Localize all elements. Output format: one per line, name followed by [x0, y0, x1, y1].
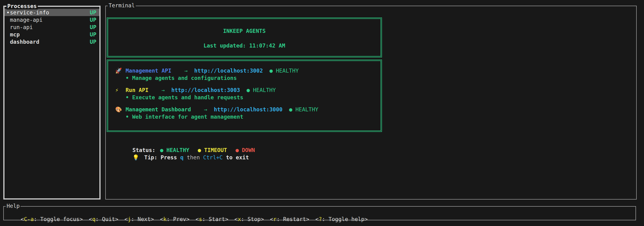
services-box: 🚀 Management API → http://localhost:3002… [107, 60, 382, 132]
shortcut-toggle-help: <?: Toggle help> [316, 216, 368, 222]
shortcut-prev: <k: Prev> [160, 216, 190, 222]
shortcut-toggle-focus: <C-a: Toggle focus> [20, 216, 82, 222]
shortcut-label: Restart [283, 216, 306, 222]
shortcut-label: Prev [173, 216, 186, 222]
shortcut-key: C-a [24, 216, 34, 222]
service-description: • Web interface for agent management [126, 113, 380, 121]
help-shortcuts: <C-a: Toggle focus><q: Quit><j: Next><k:… [4, 207, 636, 226]
process-row-run-api[interactable]: run-api UP [4, 24, 100, 31]
service-name: Run API [126, 87, 148, 94]
shortcut-restart: <r: Restart> [270, 216, 309, 222]
lightbulb-icon: 💡 [132, 154, 144, 161]
service-description: • Execute agents and handle requests [126, 94, 380, 101]
process-list: • service-info UP manage-api UP run-api … [4, 7, 100, 45]
shortcut-label: Start [209, 216, 225, 222]
terminal-panel: Terminal INKEEP AGENTS Last updated: 11:… [105, 6, 637, 199]
process-row-dashboard[interactable]: dashboard UP [4, 38, 100, 45]
last-updated-text: Last updated: 11:07:42 AM [108, 42, 380, 49]
help-panel: Help <C-a: Toggle focus><q: Quit><j: Nex… [3, 206, 636, 220]
rocket-icon: 🚀 [115, 67, 126, 75]
shortcut-label: Quit [102, 216, 115, 222]
service-row-management-api: 🚀 Management API → http://localhost:3002… [115, 67, 380, 82]
processes-panel: Processes • service-info UP manage-api U… [3, 6, 100, 199]
status-dot-icon: ● [270, 67, 273, 75]
process-row-service-info[interactable]: • service-info UP [4, 9, 100, 16]
process-row-mcp[interactable]: mcp UP [4, 31, 100, 38]
service-status: HEALTHY [295, 106, 318, 113]
process-name: mcp [10, 32, 20, 38]
header-box: INKEEP AGENTS Last updated: 11:07:42 AM [107, 18, 382, 58]
shortcut-next: <j: Next> [124, 216, 154, 222]
service-status: HEALTHY [253, 87, 276, 94]
lightning-icon: ⚡ [115, 87, 126, 94]
shortcut-label: Stop [248, 216, 260, 222]
shortcut-key: j [128, 216, 131, 222]
process-status-badge: UP [90, 24, 96, 30]
service-url[interactable]: http://localhost:3003 [172, 87, 240, 94]
shortcut-key: k [163, 216, 167, 222]
shortcut-key: s [199, 216, 202, 222]
process-status-badge: UP [90, 17, 96, 23]
service-description: • Manage agents and configurations [126, 75, 380, 82]
service-row-management-dashboard: 🎨 Management Dashboard → http://localhos… [115, 106, 380, 121]
service-name: Management Dashboard [126, 106, 191, 113]
service-url[interactable]: http://localhost:3000 [214, 106, 282, 113]
service-name: Management API [126, 67, 172, 75]
shortcut-start: <s: Start> [196, 216, 228, 222]
shortcut-key: ? [319, 216, 322, 222]
tip-key-ctrl-c: Ctrl+C [203, 154, 222, 160]
status-dot-icon: ● [247, 87, 250, 94]
terminal-output: INKEEP AGENTS Last updated: 11:07:42 AM … [106, 6, 636, 199]
tip-line: 💡Tip: Press q then Ctrl+C to exit [113, 147, 249, 168]
shortcut-key: r [273, 216, 277, 222]
service-url[interactable]: http://localhost:3002 [194, 67, 263, 75]
process-name: dashboard [10, 39, 40, 45]
process-name: run-api [10, 24, 33, 30]
tip-prefix: Tip: Press [144, 154, 180, 160]
process-status-badge: UP [90, 39, 96, 45]
status-dot-icon: ● [289, 106, 292, 113]
process-status-badge: UP [90, 10, 96, 16]
shortcut-key: x [238, 216, 241, 222]
arrow-icon: → [184, 67, 188, 75]
service-status: HEALTHY [276, 67, 299, 75]
selected-marker: • [6, 10, 10, 16]
tip-key-q: q [180, 154, 184, 160]
palette-icon: 🎨 [115, 106, 126, 113]
shortcut-label: Next [138, 216, 150, 222]
process-row-manage-api[interactable]: manage-api UP [4, 16, 100, 24]
process-status-badge: UP [90, 32, 96, 38]
process-name: manage-api [10, 17, 42, 23]
service-row-run-api: ⚡ Run API → http://localhost:3003 ● HEAL… [115, 87, 380, 101]
process-name: service-info [10, 10, 49, 16]
shortcut-label: Toggle focus [40, 216, 80, 222]
shortcut-label: Toggle help [328, 216, 364, 222]
processes-panel-title: Processes [6, 3, 38, 10]
shortcut-quit: <q: Quit> [89, 216, 118, 222]
arrow-icon: → [162, 87, 165, 94]
tip-suffix: to exit [222, 154, 249, 160]
arrow-icon: → [204, 106, 207, 113]
app-title: INKEEP AGENTS [108, 28, 380, 35]
help-panel-title: Help [6, 202, 20, 209]
shortcut-key: q [92, 216, 95, 222]
tip-middle: then [184, 154, 203, 160]
shortcut-stop: <x: Stop> [234, 216, 264, 222]
